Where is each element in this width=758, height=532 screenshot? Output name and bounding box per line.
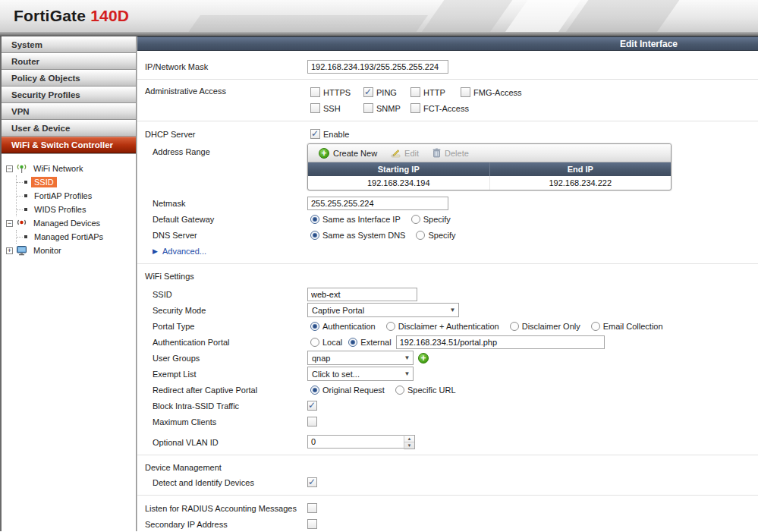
- divider: [137, 79, 758, 80]
- dns-same-radio[interactable]: [310, 231, 319, 240]
- ping-label: PING: [376, 88, 397, 97]
- tree-label-fortiap-profiles[interactable]: FortiAP Profiles: [31, 190, 95, 201]
- vlan-stepper: ▲ ▼: [307, 435, 415, 449]
- netmask-input[interactable]: [307, 197, 448, 210]
- auth-portal-local-radio[interactable]: [310, 338, 319, 347]
- secondary-ip-label: Secondary IP Address: [145, 520, 307, 529]
- tree-node-wids-profiles[interactable]: WIDS Profiles: [17, 203, 134, 216]
- tree-node-monitor[interactable]: Monitor: [5, 244, 134, 257]
- block-intra-ssid-checkbox[interactable]: [307, 401, 317, 411]
- fmg-access-option: FMG-Access: [458, 87, 522, 97]
- managed-devices-antenna-icon: [16, 218, 27, 228]
- dns-server-label: DNS Server: [145, 231, 307, 240]
- sidebar-item-vpn[interactable]: VPN: [2, 103, 136, 120]
- http-checkbox[interactable]: [410, 87, 420, 97]
- tree-label-managed-fortiaps[interactable]: Managed FortiAPs: [31, 231, 106, 242]
- tree-node-wifi-network[interactable]: WiFi Network: [5, 162, 134, 175]
- ssid-input[interactable]: [307, 288, 417, 301]
- dhcp-enable-checkbox[interactable]: [310, 129, 320, 139]
- trash-icon: [432, 148, 441, 158]
- ping-checkbox[interactable]: [363, 87, 373, 97]
- pencil-icon: [391, 148, 401, 158]
- sidebar-item-security-profiles[interactable]: Security Profiles: [2, 87, 136, 103]
- tree-node-managed-fortiaps[interactable]: Managed FortiAPs: [17, 230, 134, 244]
- add-user-group-button[interactable]: +: [418, 353, 429, 364]
- authentication-portal-row: Authentication Portal Local External: [145, 334, 758, 350]
- auth-portal-url-input[interactable]: [396, 335, 605, 349]
- sidebar-menu: System Router Policy & Objects Security …: [2, 36, 136, 154]
- create-new-button[interactable]: + Create New: [314, 148, 377, 159]
- user-groups-select[interactable]: qnap ▼: [307, 351, 414, 365]
- gateway-same-radio[interactable]: [310, 215, 319, 224]
- portal-email-collection-radio[interactable]: [591, 322, 600, 331]
- security-mode-select[interactable]: Captive Portal ▼: [307, 303, 459, 317]
- snmp-checkbox[interactable]: [363, 103, 373, 113]
- redirect-specific-radio[interactable]: [395, 386, 404, 395]
- maximum-clients-checkbox[interactable]: [307, 417, 317, 427]
- sidebar-item-user-device[interactable]: User & Device: [2, 120, 136, 137]
- edit-button[interactable]: Edit: [391, 148, 419, 158]
- redirect-original-radio[interactable]: [310, 386, 319, 395]
- spinner-down-icon[interactable]: ▼: [404, 442, 414, 449]
- auth-portal-local-option: Local: [307, 338, 342, 347]
- tree-label-monitor[interactable]: Monitor: [30, 245, 64, 256]
- portal-authentication-radio[interactable]: [310, 322, 319, 331]
- fmg-access-checkbox[interactable]: [461, 87, 470, 97]
- tree-label-wifi-network[interactable]: WiFi Network: [30, 163, 86, 174]
- ssh-checkbox[interactable]: [310, 103, 320, 113]
- portal-disclaimer-only-radio[interactable]: [510, 322, 519, 331]
- gateway-same-option: Same as Interface IP: [307, 215, 401, 224]
- radius-checkbox[interactable]: [307, 503, 317, 513]
- tree-label-wids-profiles[interactable]: WIDS Profiles: [31, 204, 89, 215]
- divider: [137, 121, 758, 121]
- spinner-up-icon[interactable]: ▲: [404, 436, 414, 442]
- http-option: HTTP: [407, 87, 450, 97]
- advanced-link[interactable]: ▶ Advanced...: [145, 247, 206, 256]
- managed-devices-children: Managed FortiAPs: [16, 230, 134, 244]
- portal-type-label: Portal Type: [145, 322, 307, 331]
- portal-email-collection-option: Email Collection: [588, 322, 663, 331]
- ssh-option: SSH: [307, 103, 353, 113]
- sidebar-item-policy-objects[interactable]: Policy & Objects: [2, 70, 136, 87]
- fct-access-label: FCT-Access: [423, 104, 469, 113]
- address-range-table-row[interactable]: 192.168.234.194 192.168.234.222: [308, 176, 671, 190]
- sidebar-tree: WiFi Network SSID FortiAP Profiles WIDS …: [2, 154, 136, 257]
- collapse-icon[interactable]: [6, 165, 13, 172]
- tree-label-ssid[interactable]: SSID: [31, 177, 57, 187]
- auth-portal-external-radio[interactable]: [348, 338, 357, 347]
- plus-circle-icon: +: [319, 148, 329, 159]
- gateway-specify-radio[interactable]: [411, 215, 420, 224]
- wifi-network-children: SSID FortiAP Profiles WIDS Profiles: [16, 175, 134, 216]
- dns-specify-radio[interactable]: [416, 231, 425, 240]
- sidebar-item-wifi-switch-controller[interactable]: WiFi & Switch Controller: [2, 137, 136, 153]
- sidebar-item-system[interactable]: System: [2, 36, 136, 53]
- portal-disclaimer-auth-radio[interactable]: [386, 322, 395, 331]
- starting-ip-value: 192.168.234.194: [308, 176, 490, 190]
- vlan-input[interactable]: [307, 435, 404, 449]
- delete-button[interactable]: Delete: [432, 148, 469, 158]
- tree-connector: [17, 237, 23, 238]
- tree-label-managed-devices[interactable]: Managed Devices: [30, 218, 103, 228]
- dhcp-server-row: DHCP Server Enable: [145, 126, 758, 142]
- https-checkbox[interactable]: [310, 87, 320, 97]
- tree-node-ssid[interactable]: SSID: [17, 175, 134, 189]
- tree-node-fortiap-profiles[interactable]: FortiAP Profiles: [17, 189, 134, 203]
- portal-disclaimer-auth-option: Disclaimer + Authentication: [383, 322, 499, 331]
- redirect-original-option: Original Request: [307, 386, 385, 395]
- expand-icon[interactable]: [6, 247, 13, 254]
- netmask-row: Netmask: [145, 195, 758, 211]
- secondary-ip-checkbox[interactable]: [307, 519, 317, 529]
- dns-server-row: DNS Server Same as System DNS Specify: [145, 227, 758, 243]
- dns-specify-option: Specify: [413, 231, 455, 240]
- detect-identify-checkbox[interactable]: [307, 477, 317, 487]
- portal-authentication-label: Authentication: [322, 322, 376, 331]
- ip-network-mask-input[interactable]: [307, 60, 448, 74]
- auth-portal-external-label: External: [360, 338, 391, 347]
- collapse-icon[interactable]: [6, 220, 13, 227]
- tree-node-managed-devices[interactable]: Managed Devices: [5, 216, 134, 230]
- exempt-list-select[interactable]: Click to set... ▼: [307, 367, 414, 381]
- fct-access-checkbox[interactable]: [410, 103, 420, 113]
- redirect-label: Redirect after Captive Portal: [145, 386, 307, 395]
- starting-ip-header: Starting IP: [308, 162, 490, 176]
- sidebar-item-router[interactable]: Router: [2, 53, 136, 70]
